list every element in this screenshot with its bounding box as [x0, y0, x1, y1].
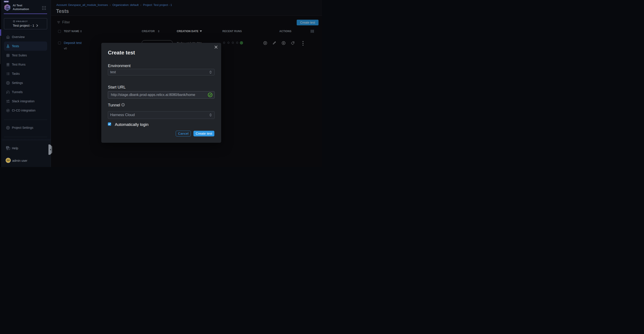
- svg-text:?: ?: [7, 146, 8, 149]
